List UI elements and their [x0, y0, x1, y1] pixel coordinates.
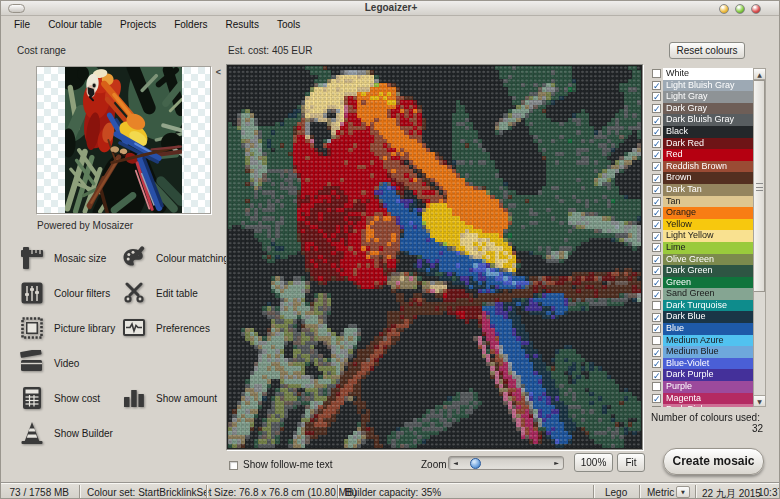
- menu-file[interactable]: File: [5, 18, 39, 31]
- tool-label: Picture library: [54, 323, 115, 334]
- window-button-minimize[interactable]: [719, 4, 729, 14]
- colour-row-reddish-brown[interactable]: ✓Reddish Brown: [652, 161, 753, 173]
- colour-row-dark-pink[interactable]: ✓Dark Pink: [652, 404, 753, 407]
- menu-results[interactable]: Results: [217, 18, 268, 31]
- colour-row-magenta[interactable]: ✓Magenta: [652, 393, 753, 405]
- follow-me-checkbox[interactable]: [229, 461, 238, 470]
- scroll-up-icon[interactable]: ▲: [754, 69, 765, 80]
- tool-video[interactable]: Video: [19, 348, 79, 378]
- colour-row-green[interactable]: ✓Green: [652, 277, 753, 289]
- zoom-decrease-arrow-icon[interactable]: ◄: [450, 458, 461, 468]
- zoom-slider-track[interactable]: ◄ ►: [448, 456, 564, 470]
- colour-row-brown[interactable]: ✓Brown: [652, 172, 753, 184]
- colour-checkbox[interactable]: ✓: [652, 220, 661, 229]
- colour-row-dark-purple[interactable]: ✓Dark Purple: [652, 369, 753, 381]
- colour-row-black[interactable]: ✓Black: [652, 126, 753, 138]
- create-mosaic-button[interactable]: Create mosaic: [663, 448, 764, 475]
- colour-checkbox[interactable]: [652, 301, 661, 310]
- colour-list-scrollbar[interactable]: ▲ ▼: [753, 68, 766, 407]
- colour-row-dark-green[interactable]: ✓Dark Green: [652, 265, 753, 277]
- zoom-100-button[interactable]: 100%: [574, 453, 613, 472]
- colour-checkbox[interactable]: ✓: [652, 324, 661, 333]
- colour-checkbox[interactable]: ✓: [652, 255, 661, 264]
- colour-row-red[interactable]: ✓Red: [652, 149, 753, 161]
- zoom-slider-thumb[interactable]: [470, 458, 481, 469]
- colour-row-dark-tan[interactable]: ✓Dark Tan: [652, 184, 753, 196]
- colour-checkbox[interactable]: [652, 69, 661, 78]
- colour-checkbox[interactable]: ✓: [652, 208, 661, 217]
- tool-show-cost[interactable]: Show cost: [19, 383, 100, 413]
- colour-checkbox[interactable]: ✓: [652, 359, 661, 368]
- colour-checkbox[interactable]: ✓: [652, 116, 661, 125]
- tool-edit-table[interactable]: Edit table: [121, 278, 198, 308]
- colour-checkbox[interactable]: ✓: [652, 290, 661, 299]
- scrollbar-thumb[interactable]: [754, 80, 765, 292]
- colour-checkbox[interactable]: ✓: [652, 162, 661, 171]
- colour-row-light-bluish-gray[interactable]: ✓Light Bluish Gray: [652, 80, 753, 92]
- colour-row-sand-green[interactable]: ✓Sand Green: [652, 288, 753, 300]
- tool-preferences[interactable]: Preferences: [121, 313, 210, 343]
- tool-mosaic-size[interactable]: Mosaic size: [19, 243, 106, 273]
- colour-checkbox[interactable]: ✓: [652, 174, 661, 183]
- colour-checkbox[interactable]: ✓: [652, 348, 661, 357]
- colour-row-medium-blue[interactable]: ✓Medium Blue: [652, 346, 753, 358]
- scroll-down-icon[interactable]: ▼: [754, 395, 765, 406]
- colour-row-medium-azure[interactable]: Medium Azure: [652, 335, 753, 347]
- tool-label: Colour filters: [54, 288, 110, 299]
- tool-picture-library[interactable]: Picture library: [19, 313, 115, 343]
- units-dropdown[interactable]: ▼: [676, 486, 690, 498]
- colour-checkbox[interactable]: ✓: [652, 185, 661, 194]
- colour-checkbox[interactable]: ✓: [652, 394, 661, 403]
- colour-checkbox[interactable]: ✓: [652, 371, 661, 380]
- colour-row-blue[interactable]: ✓Blue: [652, 323, 753, 335]
- tool-show-builder[interactable]: Show Builder: [19, 418, 113, 448]
- collapse-panel-button[interactable]: <: [213, 66, 224, 79]
- colour-checkbox[interactable]: ✓: [652, 406, 661, 407]
- colour-row-dark-turquoise[interactable]: Dark Turquoise: [652, 300, 753, 312]
- menu-projects[interactable]: Projects: [111, 18, 165, 31]
- colour-row-dark-red[interactable]: ✓Dark Red: [652, 138, 753, 150]
- menu-tools[interactable]: Tools: [268, 18, 309, 31]
- colour-row-light-gray[interactable]: ✓Light Gray: [652, 91, 753, 103]
- colour-checkbox[interactable]: ✓: [652, 92, 661, 101]
- colour-checkbox[interactable]: ✓: [652, 313, 661, 322]
- colour-checkbox[interactable]: ✓: [652, 81, 661, 90]
- colour-checkbox[interactable]: ✓: [652, 104, 661, 113]
- reset-colours-button[interactable]: Reset colours: [669, 42, 745, 59]
- colour-row-lime[interactable]: ✓Lime: [652, 242, 753, 254]
- title-bar[interactable]: Legoaizer+: [1, 1, 780, 16]
- colour-row-white[interactable]: White: [652, 68, 753, 80]
- colour-row-tan[interactable]: ✓Tan: [652, 196, 753, 208]
- window-button-close[interactable]: [751, 4, 761, 14]
- window-button-maximize[interactable]: [735, 4, 745, 14]
- colour-row-olive-green[interactable]: ✓Olive Green: [652, 254, 753, 266]
- colour-checkbox[interactable]: ✓: [652, 127, 661, 136]
- tool-show-amount[interactable]: Show amount: [121, 383, 217, 413]
- tool-colour-matching[interactable]: Colour matching: [121, 243, 229, 273]
- mosaic-viewport[interactable]: [226, 64, 643, 450]
- colour-checkbox[interactable]: ✓: [652, 197, 661, 206]
- colour-checkbox[interactable]: ✓: [652, 266, 661, 275]
- colour-name: Dark Green: [663, 265, 753, 277]
- colour-row-yellow[interactable]: ✓Yellow: [652, 219, 753, 231]
- fit-button[interactable]: Fit: [617, 453, 645, 472]
- zoom-increase-arrow-icon[interactable]: ►: [551, 458, 562, 468]
- colour-checkbox[interactable]: ✓: [652, 243, 661, 252]
- colour-name: Blue: [663, 323, 753, 335]
- colour-row-dark-blue[interactable]: ✓Dark Blue: [652, 311, 753, 323]
- colour-checkbox[interactable]: ✓: [652, 278, 661, 287]
- colour-row-orange[interactable]: ✓Orange: [652, 207, 753, 219]
- colour-row-purple[interactable]: Purple: [652, 381, 753, 393]
- colour-row-dark-gray[interactable]: ✓Dark Gray: [652, 103, 753, 115]
- colour-row-blue-violet[interactable]: ✓Blue-Violet: [652, 358, 753, 370]
- colour-checkbox[interactable]: ✓: [652, 139, 661, 148]
- menu-folders[interactable]: Folders: [165, 18, 216, 31]
- colour-checkbox[interactable]: ✓: [652, 232, 661, 241]
- colour-checkbox[interactable]: ✓: [652, 150, 661, 159]
- tool-colour-filters[interactable]: Colour filters: [19, 278, 110, 308]
- colour-row-dark-bluish-gray[interactable]: ✓Dark Bluish Gray: [652, 114, 753, 126]
- colour-row-light-yellow[interactable]: ✓Light Yellow: [652, 230, 753, 242]
- menu-colour-table[interactable]: Colour table: [39, 18, 111, 31]
- colour-checkbox[interactable]: [652, 336, 661, 345]
- colour-checkbox[interactable]: [652, 382, 661, 391]
